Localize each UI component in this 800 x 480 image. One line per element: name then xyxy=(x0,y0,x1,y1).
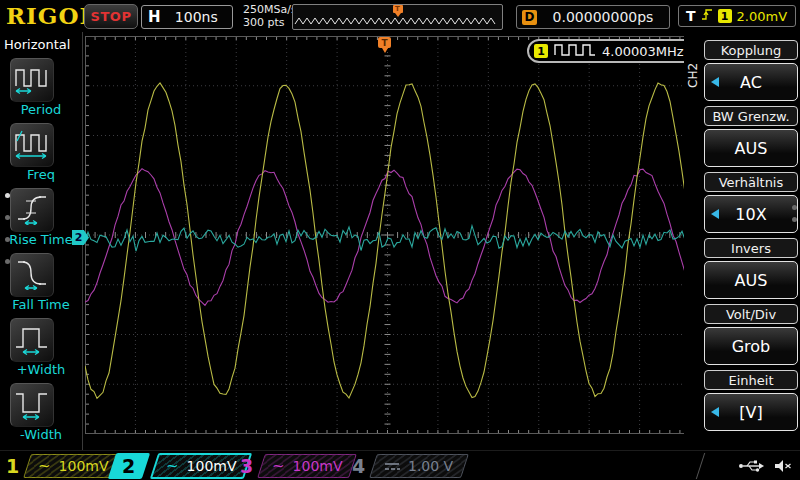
delay-box: D 0.00000000ps xyxy=(516,5,670,29)
left-menu-item-label: Fall Time xyxy=(0,297,82,312)
left-menu-item-label: +Width xyxy=(0,362,82,377)
selected-channel-plate: 2 xyxy=(108,453,150,479)
left-menu-item-label: Freq xyxy=(0,167,82,182)
frequency-counter: 1 4.00003MHz xyxy=(527,39,696,63)
select-arrow-icon xyxy=(711,209,719,219)
timebase-box[interactable]: H 100ns xyxy=(141,5,233,29)
page-indicator-dot xyxy=(792,217,797,222)
page-indicator-dot xyxy=(792,205,797,210)
fall-time-icon xyxy=(14,257,50,294)
page-indicator-dot xyxy=(5,259,10,264)
left-menu-item-fall-time[interactable] xyxy=(10,253,54,297)
channel-3-badge[interactable]: 3 ~ 100mV xyxy=(236,453,353,479)
channel-number: 4 xyxy=(352,455,365,477)
right-menu-item-invers[interactable]: Invers AUS xyxy=(704,238,798,299)
pwidth-icon xyxy=(14,322,50,359)
left-menu-item--width[interactable] xyxy=(10,383,54,427)
channel-scale: 100mV xyxy=(59,458,109,474)
dc-icon xyxy=(385,458,401,474)
delay-value: 0.00000000ps xyxy=(537,9,669,25)
left-menu-panel: Horizontal Period Freq Rise Time Fa xyxy=(0,32,83,450)
right-menu-item-einheit[interactable]: Einheit [V] xyxy=(704,370,798,431)
right-menu-item-label: Verhältnis xyxy=(704,172,798,192)
right-menu-item-value[interactable]: [V] xyxy=(704,393,798,431)
left-menu-item-label: -Width xyxy=(0,427,82,442)
right-menu-item-label: Volt/Div xyxy=(704,304,798,324)
channel-scale-box: ~ 100mV xyxy=(257,454,357,478)
right-menu-item-kopplung[interactable]: Kopplung AC xyxy=(704,40,798,101)
right-menu-item-value[interactable]: Grob xyxy=(704,327,798,365)
right-menu-item-label: BW Grenzw. xyxy=(704,106,798,126)
left-menu-item-label: Period xyxy=(0,102,82,117)
channel-number: 2 xyxy=(122,455,135,477)
right-menu-item-verh-ltnis[interactable]: Verhältnis 10X xyxy=(704,172,798,233)
sample-rate: 250MSa/s xyxy=(243,3,297,16)
preview-trigger-marker[interactable]: T xyxy=(393,5,403,13)
left-menu-title: Horizontal xyxy=(4,37,70,52)
select-arrow-icon xyxy=(711,77,719,87)
trigger-label: T xyxy=(686,8,696,24)
channel-scale-box: 1.00 V xyxy=(369,454,469,478)
square-wave-icon xyxy=(554,42,596,61)
coupling-symbol: ~ xyxy=(272,457,285,475)
coupling-symbol: ~ xyxy=(38,457,51,475)
channel-menu-tab: CH2 xyxy=(686,52,702,98)
right-menu-item-label: Kopplung xyxy=(704,40,798,60)
right-menu-panel: CH2 Kopplung AC BW Grenzw. AUS Verhältni… xyxy=(684,32,800,450)
divider xyxy=(696,453,705,479)
channel-scale: 1.00 V xyxy=(409,458,454,474)
graticule: T 2 T 1 4.00003MHz xyxy=(85,36,690,434)
speaker-muted-icon xyxy=(773,458,792,477)
nwidth-icon xyxy=(14,387,50,424)
memory-depth: 300 pts xyxy=(243,16,297,29)
channel-4-badge[interactable]: 4 1.00 V xyxy=(348,453,465,479)
right-menu-item-value[interactable]: AUS xyxy=(704,261,798,299)
trigger-slope-icon xyxy=(701,6,713,26)
channel-scale: 100mV xyxy=(186,458,236,474)
channel-2-badge[interactable]: 2 ~ 100mV xyxy=(106,453,248,479)
page-indicator-dot xyxy=(5,215,10,220)
trigger-box: T 1 2.00mV xyxy=(678,5,796,27)
page-indicator-dot xyxy=(5,237,10,242)
left-menu-item-freq[interactable] xyxy=(10,123,54,167)
trigger-position-marker[interactable]: T xyxy=(378,37,391,48)
right-menu-item-value[interactable]: AC xyxy=(704,63,798,101)
channel-1-badge[interactable]: 1 ~ 100mV xyxy=(2,453,119,479)
freq-icon xyxy=(14,127,50,164)
right-menu-item-value[interactable]: AUS xyxy=(704,129,798,167)
trigger-source-badge: 1 xyxy=(718,9,732,23)
oscilloscope-screen: RIGOL STOP H 100ns 250MSa/s 300 pts T D … xyxy=(0,0,800,480)
waveform-memory-preview[interactable]: T xyxy=(292,4,503,30)
channel-number: 1 xyxy=(6,455,19,477)
right-menu-item-value[interactable]: 10X xyxy=(704,195,798,233)
channel-number: 3 xyxy=(240,455,253,477)
left-menu-item-period[interactable] xyxy=(10,58,54,102)
acquisition-info: 250MSa/s 300 pts xyxy=(243,3,297,29)
frequency-counter-value: 4.00003MHz xyxy=(602,44,684,59)
page-indicator-dot xyxy=(5,193,10,198)
select-arrow-icon xyxy=(711,407,719,417)
left-menu-item-label: Rise Time xyxy=(0,232,82,247)
rise-time-icon xyxy=(14,192,50,229)
right-menu-item-label: Invers xyxy=(704,238,798,258)
right-menu-item-volt-div[interactable]: Volt/Div Grob xyxy=(704,304,798,365)
period-icon xyxy=(14,62,50,99)
right-menu-item-label: Einheit xyxy=(704,370,798,390)
timebase-value: 100ns xyxy=(161,9,232,25)
right-menu-item-bw-grenzw-[interactable]: BW Grenzw. AUS xyxy=(704,106,798,167)
grid-and-traces xyxy=(85,36,690,434)
trigger-level-value: 2.00mV xyxy=(737,9,788,24)
channel-status-bar: 1 ~ 100mV 2 ~ 100mV 3 ~ xyxy=(0,450,800,480)
usb-icon xyxy=(738,458,765,477)
left-menu-item-rise-time[interactable] xyxy=(10,188,54,232)
run-state-badge[interactable]: STOP xyxy=(84,4,138,29)
left-menu-item--width[interactable] xyxy=(10,318,54,362)
delay-label: D xyxy=(522,10,537,25)
channel-scale: 100mV xyxy=(293,458,343,474)
frequency-counter-channel-badge: 1 xyxy=(534,44,548,58)
channel-2-trace xyxy=(85,226,688,252)
coupling-symbol: ~ xyxy=(166,457,179,475)
horizontal-label: H xyxy=(148,8,161,26)
